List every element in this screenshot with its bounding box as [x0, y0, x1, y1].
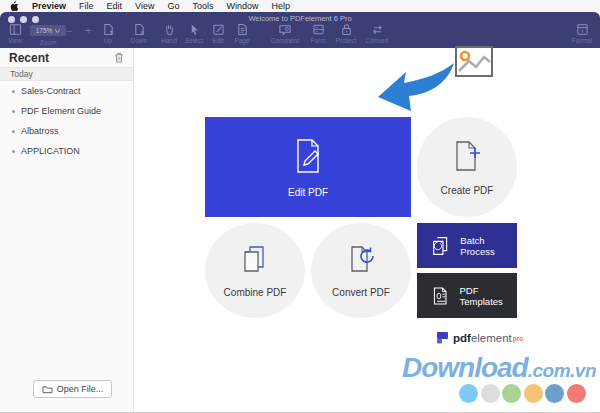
page-up-button[interactable]: Up — [93, 23, 123, 44]
bullet-icon — [12, 110, 15, 113]
recent-file-item[interactable]: Albatross — [0, 121, 133, 141]
page-icon — [227, 23, 257, 36]
watermark-dot — [459, 384, 478, 403]
menu-item-edit[interactable]: Edit — [107, 1, 123, 11]
logo-element-text: element — [471, 332, 512, 344]
page-down-icon — [124, 23, 154, 36]
page-down-button[interactable]: Down — [124, 23, 154, 44]
watermark-dot — [524, 384, 543, 403]
zoom-out-button[interactable]: – — [66, 25, 72, 36]
form-icon — [303, 23, 333, 36]
tile-label: Combine PDF — [224, 287, 287, 298]
edit-pdf-tile[interactable]: Edit PDF — [205, 117, 411, 217]
bullet-icon — [12, 90, 15, 93]
recent-file-item[interactable]: PDF Element Guide — [0, 101, 133, 121]
apple-logo-icon[interactable] — [9, 1, 19, 11]
form-tool-button[interactable]: Form — [303, 23, 333, 44]
menu-item-app[interactable]: Preview — [32, 1, 66, 11]
combine-pdf-icon — [239, 243, 271, 275]
pdfelement-logo-icon — [436, 331, 449, 344]
chevron-down-icon — [55, 29, 60, 33]
create-pdf-tile[interactable]: Create PDF — [417, 117, 517, 217]
recent-file-item[interactable]: Sales-Contract — [0, 81, 133, 101]
window-title: Welcome to PDFelement 6 Pro — [0, 14, 600, 23]
app-window: Preview File Edit View Go Tools Window H… — [0, 0, 600, 413]
sidebar-title: Recent — [9, 51, 49, 65]
view-panel-icon — [0, 23, 30, 36]
create-pdf-icon — [451, 139, 483, 173]
menu-item-tools[interactable]: Tools — [192, 1, 213, 11]
trash-icon[interactable] — [114, 49, 124, 67]
convert-icon — [362, 23, 392, 36]
tile-label: Convert PDF — [332, 287, 390, 298]
format-panel-icon — [567, 23, 597, 36]
toolbar: Welcome to PDFelement 6 Pro View 175% Zo… — [0, 12, 600, 48]
traffic-lights — [8, 16, 39, 23]
tile-label: Create PDF — [441, 185, 494, 196]
convert-pdf-tile[interactable]: Convert PDF — [311, 223, 411, 318]
menu-item-view[interactable]: View — [135, 1, 154, 11]
view-button[interactable]: View — [0, 23, 30, 44]
comment-icon — [270, 23, 300, 36]
watermark-dot — [545, 384, 564, 403]
menu-item-go[interactable]: Go — [167, 1, 179, 11]
zoom-label: Zoom — [30, 39, 66, 46]
zoom-value: 175% — [36, 27, 53, 34]
format-panel-button[interactable]: Format — [567, 23, 597, 44]
pdf-templates-icon — [430, 284, 450, 308]
close-window-button[interactable] — [8, 16, 15, 23]
edit-pdf-icon — [290, 137, 326, 175]
zoom-in-button[interactable]: + — [85, 25, 91, 36]
menu-item-window[interactable]: Window — [226, 1, 258, 11]
tile-label: Edit PDF — [288, 187, 328, 198]
tile-label: Batch Process — [460, 235, 517, 257]
logo-pdf-text: pdf — [453, 332, 471, 344]
watermark-dot — [481, 384, 500, 403]
sidebar-section-today: Today — [0, 67, 133, 81]
folder-icon — [42, 385, 53, 394]
convert-pdf-icon — [345, 243, 377, 275]
page-up-icon — [93, 23, 123, 36]
logo-pro-badge: pro — [513, 335, 523, 342]
watermark-dots — [459, 384, 586, 403]
minimize-window-button[interactable] — [20, 16, 27, 23]
combine-pdf-tile[interactable]: Combine PDF — [205, 223, 305, 318]
pointer-arrow — [374, 62, 460, 114]
comment-tool-button[interactable]: Comment — [270, 23, 300, 44]
protect-tool-button[interactable]: Protect — [331, 23, 361, 44]
watermark-dot — [502, 384, 521, 403]
tile-label: PDF Templates — [460, 285, 517, 307]
zoom-window-button[interactable] — [32, 16, 39, 23]
open-file-button[interactable]: Open File... — [33, 380, 112, 398]
batch-process-icon — [430, 234, 450, 258]
menu-item-file[interactable]: File — [79, 1, 94, 11]
recent-file-item[interactable]: APPLICATION — [0, 141, 133, 161]
download-watermark: Download.com.vn — [350, 352, 596, 384]
menu-bar: Preview File Edit View Go Tools Window H… — [0, 0, 600, 12]
bullet-icon — [12, 150, 15, 153]
protect-lock-icon — [331, 23, 361, 36]
batch-process-tile[interactable]: Batch Process — [417, 223, 517, 268]
recent-sidebar: Recent Today Sales-Contract PDF Element … — [0, 48, 134, 413]
image-placeholder-icon — [455, 46, 493, 77]
pdf-templates-tile[interactable]: PDF Templates — [417, 273, 517, 318]
bullet-icon — [12, 130, 15, 133]
convert-tool-button[interactable]: Convert — [362, 23, 392, 44]
page-tool-button[interactable]: Page — [227, 23, 257, 44]
zoom-dropdown[interactable]: 175% — [30, 25, 66, 36]
watermark-dot — [567, 384, 586, 403]
pdfelement-logo: pdfelementpro — [436, 331, 523, 347]
menu-item-help[interactable]: Help — [271, 1, 290, 11]
